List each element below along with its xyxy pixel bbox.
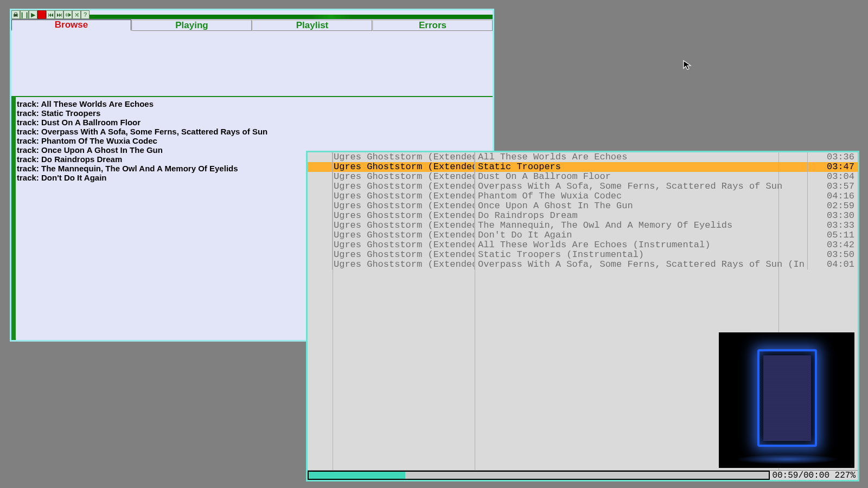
col-divider xyxy=(333,152,333,470)
tab-bar: Browse Playing Playlist Errors xyxy=(11,19,493,31)
row-duration: 02:59 xyxy=(808,201,858,211)
browse-track-item[interactable]: track: Dust On A Ballroom Floor xyxy=(17,118,490,127)
browse-track-item[interactable]: track: Static Troopers xyxy=(17,108,490,118)
row-title: Overpass With A Sofa, Some Ferns, Scatte… xyxy=(475,260,808,269)
stop-icon[interactable] xyxy=(37,10,46,19)
row-title: Don't Do It Again xyxy=(475,230,808,240)
col-divider xyxy=(475,152,475,470)
toolbar: ☠ ❙❙ ▶ ⏮ ⏭ 🕪 ⤨ ? xyxy=(11,10,493,19)
playlist-row[interactable]: Ugres Ghoststorm (Extended EdiDo Raindro… xyxy=(308,211,858,221)
playlist-row[interactable]: Ugres Ghoststorm (Extended EdiAll These … xyxy=(308,240,858,250)
row-duration: 03:50 xyxy=(808,250,858,260)
help-icon[interactable]: ? xyxy=(81,10,90,19)
sidebar-strip xyxy=(11,96,16,340)
album-art-reflection xyxy=(736,454,839,464)
prev-icon[interactable]: ⏮ xyxy=(46,10,55,19)
playlist-row[interactable]: Ugres Ghoststorm (Extended EdiStatic Tro… xyxy=(308,162,858,172)
row-gutter xyxy=(308,230,333,240)
row-gutter xyxy=(308,152,333,162)
row-artist: Ugres Ghoststorm (Extended Edi xyxy=(333,230,475,240)
tab-playing[interactable]: Playing xyxy=(131,20,252,31)
tab-errors[interactable]: Errors xyxy=(372,20,493,31)
row-duration: 03:42 xyxy=(808,240,858,250)
svg-marker-0 xyxy=(684,61,691,69)
row-title: Dust On A Ballroom Floor xyxy=(475,172,808,182)
row-duration: 03:04 xyxy=(808,172,858,182)
row-duration: 03:30 xyxy=(808,211,858,221)
volume-icon[interactable]: 🕪 xyxy=(63,10,72,19)
cursor-icon xyxy=(682,60,693,70)
row-duration: 04:01 xyxy=(808,260,858,269)
row-gutter xyxy=(308,201,333,211)
row-artist: Ugres Ghoststorm (Extended Edi xyxy=(333,162,475,172)
browse-track-item[interactable]: track: Phantom Of The Wuxia Codec xyxy=(17,136,490,145)
row-artist: Ugres Ghoststorm (Extended Edi xyxy=(333,221,475,230)
status-bar: 00:59/00:00 227% xyxy=(308,470,858,480)
row-gutter xyxy=(308,172,333,182)
playlist-row[interactable]: Ugres Ghoststorm (Extended EdiAll These … xyxy=(308,152,858,162)
row-title: Static Troopers (Instrumental) xyxy=(475,250,808,260)
row-gutter xyxy=(308,260,333,269)
row-artist: Ugres Ghoststorm (Extended Edi xyxy=(333,260,475,269)
row-gutter xyxy=(308,182,333,191)
playlist-row[interactable]: Ugres Ghoststorm (Extended EdiOverpass W… xyxy=(308,182,858,191)
row-artist: Ugres Ghoststorm (Extended Edi xyxy=(333,191,475,201)
playlist-row[interactable]: Ugres Ghoststorm (Extended EdiOnce Upon … xyxy=(308,201,858,211)
row-title: Do Raindrops Dream xyxy=(475,211,808,221)
next-icon[interactable]: ⏭ xyxy=(55,10,63,19)
row-artist: Ugres Ghoststorm (Extended Edi xyxy=(333,152,475,162)
row-artist: Ugres Ghoststorm (Extended Edi xyxy=(333,182,475,191)
row-gutter xyxy=(308,250,333,260)
pause-icon[interactable]: ❙❙ xyxy=(20,10,29,19)
time-readout: 00:59/00:00 227% xyxy=(772,471,858,480)
row-artist: Ugres Ghoststorm (Extended Edi xyxy=(333,201,475,211)
album-art xyxy=(719,332,854,468)
row-title: Once Upon A Ghost In The Gun xyxy=(475,201,808,211)
row-artist: Ugres Ghoststorm (Extended Edi xyxy=(333,172,475,182)
play-icon[interactable]: ▶ xyxy=(29,10,37,19)
progress-bar[interactable] xyxy=(308,471,770,480)
playlist-row[interactable]: Ugres Ghoststorm (Extended EdiThe Manneq… xyxy=(308,221,858,230)
playlist-row[interactable]: Ugres Ghoststorm (Extended EdiDust On A … xyxy=(308,172,858,182)
row-gutter xyxy=(308,221,333,230)
row-artist: Ugres Ghoststorm (Extended Edi xyxy=(333,240,475,250)
tab-browse[interactable]: Browse xyxy=(11,20,131,31)
album-art-door xyxy=(757,349,817,447)
tab-playlist[interactable]: Playlist xyxy=(252,20,372,31)
divider xyxy=(11,96,493,97)
row-title: Static Troopers xyxy=(475,162,808,172)
progress-fill xyxy=(309,472,405,479)
browse-track-item[interactable]: track: Overpass With A Sofa, Some Ferns,… xyxy=(17,127,490,136)
row-artist: Ugres Ghoststorm (Extended Edi xyxy=(333,250,475,260)
row-duration: 04:16 xyxy=(808,191,858,201)
row-title: All These Worlds Are Echoes (Instrumenta… xyxy=(475,240,808,250)
row-title: Phantom Of The Wuxia Codec xyxy=(475,191,808,201)
toolbar-fill xyxy=(90,10,493,19)
row-gutter xyxy=(308,191,333,201)
row-title: Overpass With A Sofa, Some Ferns, Scatte… xyxy=(475,182,808,191)
row-artist: Ugres Ghoststorm (Extended Edi xyxy=(333,211,475,221)
player-window: Ugres Ghoststorm (Extended EdiAll These … xyxy=(306,151,859,481)
row-duration: 03:36 xyxy=(808,152,858,162)
playlist-row[interactable]: Ugres Ghoststorm (Extended EdiStatic Tro… xyxy=(308,250,858,260)
row-gutter xyxy=(308,162,333,172)
row-title: The Mannequin, The Owl And A Memory Of E… xyxy=(475,221,808,230)
row-title: All These Worlds Are Echoes xyxy=(475,152,808,162)
row-duration: 03:47 xyxy=(808,162,858,172)
row-gutter xyxy=(308,240,333,250)
quit-icon[interactable]: ☠ xyxy=(11,10,20,19)
row-duration: 03:57 xyxy=(808,182,858,191)
row-duration: 03:33 xyxy=(808,221,858,230)
row-duration: 05:11 xyxy=(808,230,858,240)
playlist-row[interactable]: Ugres Ghoststorm (Extended EdiOverpass W… xyxy=(308,260,858,269)
row-gutter xyxy=(308,211,333,221)
browse-track-item[interactable]: track: All These Worlds Are Echoes xyxy=(17,99,490,108)
shuffle-icon[interactable]: ⤨ xyxy=(72,10,81,19)
playlist-row[interactable]: Ugres Ghoststorm (Extended EdiPhantom Of… xyxy=(308,191,858,201)
playlist-row[interactable]: Ugres Ghoststorm (Extended EdiDon't Do I… xyxy=(308,230,858,240)
